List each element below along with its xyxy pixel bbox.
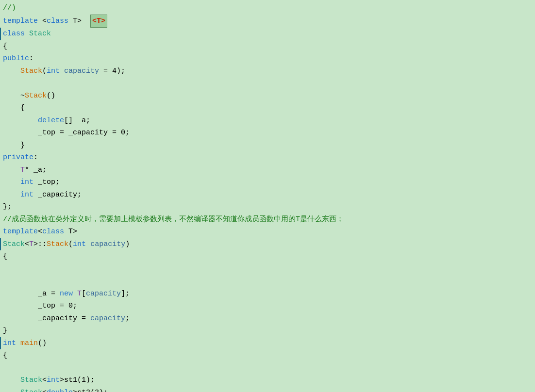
- destructor-tilde: ~: [20, 90, 25, 102]
- class-name-stack: Stack: [29, 28, 51, 40]
- code-line-24: _a = new T[capacity];: [0, 288, 535, 300]
- code-line-23: [0, 275, 535, 288]
- code-line-27: }: [0, 325, 535, 337]
- keyword-int2: int: [20, 176, 33, 189]
- keyword-double: double: [47, 387, 73, 392]
- bracket-open: <: [42, 15, 47, 28]
- code-line-5: public:: [0, 52, 535, 65]
- keyword-int3: int: [20, 189, 33, 201]
- code-line-28: int main(): [0, 337, 535, 350]
- code-line-21: {: [0, 250, 535, 263]
- brace-open: {: [3, 40, 7, 53]
- code-line-12: }: [0, 139, 535, 152]
- code-line-15: int _top;: [0, 176, 535, 189]
- comment-text: //): [3, 2, 16, 15]
- code-line-2: template <class T> <T>: [0, 15, 535, 28]
- code-line-6: Stack(int capacity = 4);: [0, 65, 535, 78]
- keyword-class2: class: [3, 28, 29, 40]
- code-line-19: template<class T>: [0, 226, 535, 238]
- code-line-3: class Stack: [0, 28, 535, 40]
- stack-class-ref1: Stack: [20, 374, 42, 387]
- constructor-ref: Stack: [47, 238, 68, 251]
- keyword-class: class: [47, 15, 73, 28]
- code-line-1: //): [0, 2, 535, 15]
- keyword-template2: template: [3, 226, 38, 238]
- code-line-11: _top = _capacity = 0;: [0, 127, 535, 139]
- keyword-int: int: [47, 65, 60, 78]
- code-line-30: [0, 362, 535, 375]
- keyword-private: private: [3, 151, 33, 164]
- code-line-16: int _capacity;: [0, 189, 535, 201]
- bracket-close: >: [77, 15, 82, 28]
- code-line-17: };: [0, 201, 535, 213]
- type-param-T: T: [73, 15, 77, 28]
- code-line-22: [0, 263, 535, 276]
- code-line-32: Stack<double>st2(2);: [0, 387, 535, 392]
- code-line-13: private:: [0, 151, 535, 164]
- code-line-18: //成员函数放在类外定义时，需要加上模板参数列表，不然编译器不知道你成员函数中用…: [0, 213, 535, 226]
- param-capacity3: capacity: [86, 288, 121, 300]
- code-line-7: [0, 77, 535, 90]
- destructor-name: Stack: [25, 90, 47, 102]
- code-line-10: delete[] _a;: [0, 114, 535, 127]
- keyword-int6: int: [47, 374, 60, 387]
- stack-class-ref2: Stack: [20, 387, 42, 392]
- code-line-25: _top = 0;: [0, 300, 535, 312]
- chinese-comment: //成员函数放在类外定义时，需要加上模板参数列表，不然编译器不知道你成员函数中用…: [3, 213, 344, 226]
- code-line-4: {: [0, 40, 535, 53]
- code-line-9: {: [0, 102, 535, 114]
- code-line-20: Stack<T>::Stack(int capacity): [0, 238, 535, 251]
- code-line-26: _capacity = capacity;: [0, 312, 535, 325]
- param-capacity: capacity: [64, 65, 99, 78]
- constructor-name: Stack: [20, 65, 42, 78]
- keyword-class3: class: [42, 226, 68, 238]
- code-line-8: ~Stack(): [0, 90, 535, 102]
- keyword-public: public: [3, 52, 29, 65]
- keyword-int4: int: [73, 238, 86, 251]
- param-capacity4: capacity: [90, 312, 125, 325]
- code-line-29: {: [0, 349, 535, 362]
- type-T2: T: [68, 226, 73, 238]
- keyword-delete: delete: [38, 114, 64, 127]
- main-func: main: [20, 337, 38, 350]
- class-ref-stack: Stack: [3, 238, 25, 251]
- type-T4: T: [77, 288, 82, 300]
- type-T3: T: [29, 238, 33, 251]
- type-T: T: [20, 164, 25, 177]
- code-line-14: T* _a;: [0, 164, 535, 177]
- keyword-template: template: [3, 15, 42, 28]
- code-line-31: Stack<int>st1(1);: [0, 374, 535, 387]
- keyword-new: new: [60, 288, 73, 300]
- template-badge: <T>: [90, 15, 107, 28]
- keyword-int5: int: [3, 337, 16, 350]
- code-editor: //) template <class T> <T> class Stack {…: [0, 0, 535, 392]
- param-capacity2: capacity: [90, 238, 125, 251]
